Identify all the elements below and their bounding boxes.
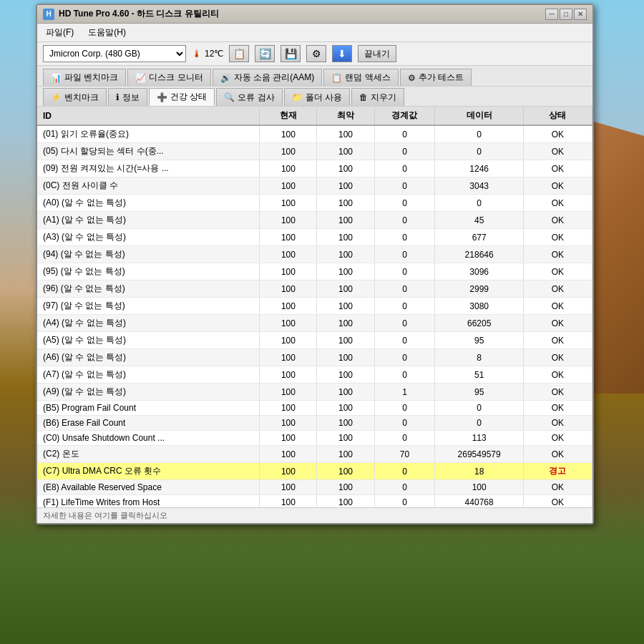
- tab-health[interactable]: ➕ 건강 상태: [149, 88, 215, 106]
- cell-data: 0: [435, 143, 523, 160]
- tab-erase[interactable]: 🗑 지우기: [351, 88, 404, 106]
- cell-status: OK: [523, 495, 592, 508]
- temperature-display: 🌡 12℃: [192, 48, 223, 59]
- cell-threshold: 0: [374, 463, 435, 480]
- title-bar: H HD Tune Pro 4.60 - 하드 디스크 유틸리티 ─ □ ✕: [37, 5, 592, 24]
- close-button[interactable]: ✕: [574, 9, 587, 20]
- tab-info[interactable]: ℹ 정보: [108, 88, 147, 106]
- table-row[interactable]: (A3) (알 수 없는 특성)1001000677OK: [37, 229, 592, 246]
- cell-data: 677: [435, 229, 523, 246]
- cell-worst: 100: [317, 298, 374, 315]
- refresh-button[interactable]: 🔄: [255, 45, 275, 62]
- table-row[interactable]: (95) (알 수 없는 특성)10010003096OK: [37, 263, 592, 280]
- cell-data: 3080: [435, 298, 523, 315]
- table-row[interactable]: (96) (알 수 없는 특성)10010002999OK: [37, 280, 592, 298]
- tab-random[interactable]: 📋 랜덤 액세스: [323, 69, 398, 86]
- cell-threshold: 0: [374, 229, 435, 246]
- cell-data: 0: [435, 416, 523, 431]
- table-row[interactable]: (C2) 온도10010070269549579OK: [37, 446, 592, 463]
- cell-worst: 100: [317, 366, 374, 384]
- cell-id: (01) 읽기 오류율(중요): [37, 125, 260, 143]
- tab-extra-test[interactable]: ⚙ 추가 테스트: [400, 69, 472, 86]
- cell-current: 100: [260, 332, 317, 349]
- tab-folder[interactable]: 📁 폴더 사용: [284, 88, 350, 106]
- tab-disk-monitor[interactable]: 📈 디스크 모니터: [127, 69, 210, 86]
- table-row[interactable]: (A9) (알 수 없는 특성)100100195OK: [37, 384, 592, 401]
- end-button[interactable]: 끝내기: [358, 45, 396, 62]
- cell-threshold: 0: [374, 315, 435, 332]
- save-button[interactable]: 💾: [280, 45, 301, 62]
- table-row[interactable]: (A0) (알 수 없는 특성)10010000OK: [37, 195, 592, 212]
- cell-data: 18: [435, 463, 523, 480]
- table-row[interactable]: (05) 다시 할당되는 섹터 수(중...10010000OK: [37, 143, 592, 160]
- cell-status: 경고: [523, 463, 592, 480]
- tab-benchmark2[interactable]: ⚡ 벤치마크: [43, 88, 107, 106]
- cell-worst: 100: [317, 463, 374, 480]
- table-row[interactable]: (94) (알 수 없는 특성)1001000218646OK: [37, 246, 592, 263]
- cell-worst: 100: [317, 315, 374, 332]
- cell-data: 95: [435, 384, 523, 401]
- table-row[interactable]: (C0) Unsafe Shutdown Count ...1001000113…: [37, 431, 592, 446]
- window-title: HD Tune Pro 4.60 - 하드 디스크 유틸리티: [59, 8, 219, 20]
- table-row[interactable]: (F1) LifeTime Writes from Host1001000440…: [37, 495, 592, 508]
- download-button[interactable]: ⬇: [332, 45, 352, 62]
- menu-help[interactable]: 도움말(H): [85, 25, 129, 40]
- cell-status: OK: [523, 143, 592, 160]
- table-row[interactable]: (A1) (알 수 없는 특성)100100045OK: [37, 212, 592, 229]
- table-row[interactable]: (A7) (알 수 없는 특성)100100051OK: [37, 366, 592, 384]
- cell-id: (C7) Ultra DMA CRC 오류 횟수: [37, 463, 260, 480]
- cell-data: 45: [435, 212, 523, 229]
- table-row[interactable]: (0C) 전원 사이클 수10010003043OK: [37, 177, 592, 195]
- cell-id: (96) (알 수 없는 특성): [37, 280, 260, 298]
- table-row[interactable]: (01) 읽기 오류율(중요)10010000OK: [37, 125, 592, 143]
- table-row[interactable]: (A4) (알 수 없는 특성)100100066205OK: [37, 315, 592, 332]
- cell-status: OK: [523, 263, 592, 280]
- settings-button[interactable]: ⚙: [306, 45, 326, 62]
- cell-current: 100: [260, 366, 317, 384]
- cell-worst: 100: [317, 143, 374, 160]
- table-row[interactable]: (A6) (알 수 없는 특성)10010008OK: [37, 349, 592, 366]
- cell-worst: 100: [317, 246, 374, 263]
- cell-current: 100: [260, 349, 317, 366]
- temperature-icon: 🌡: [192, 48, 202, 59]
- copy-button[interactable]: 📋: [229, 45, 249, 62]
- table-row[interactable]: (A5) (알 수 없는 특성)100100095OK: [37, 332, 592, 349]
- cell-id: (A7) (알 수 없는 특성): [37, 366, 260, 384]
- tab-benchmark[interactable]: 📊 파일 벤치마크: [43, 69, 126, 86]
- cell-worst: 100: [317, 177, 374, 195]
- cell-current: 100: [260, 401, 317, 416]
- cell-current: 100: [260, 263, 317, 280]
- cell-data: 8: [435, 349, 523, 366]
- cell-current: 100: [260, 246, 317, 263]
- menu-file[interactable]: 파일(F): [43, 25, 77, 40]
- cell-worst: 100: [317, 431, 374, 446]
- smart-table[interactable]: ID 현재 최악 경계값 데이터 상태 (01) 읽기 오류율(중요)10010…: [37, 107, 592, 507]
- cell-worst: 100: [317, 332, 374, 349]
- cell-status: OK: [523, 195, 592, 212]
- table-row[interactable]: (09) 전원 켜져있는 시간(=사용 ...10010001246OK: [37, 160, 592, 177]
- tab-aam[interactable]: 🔊 자동 소음 관리(AAM): [213, 69, 323, 86]
- cell-status: OK: [523, 229, 592, 246]
- cell-id: (A0) (알 수 없는 특성): [37, 195, 260, 212]
- cell-threshold: 0: [374, 195, 435, 212]
- cell-current: 100: [260, 384, 317, 401]
- col-header-id: ID: [37, 107, 260, 125]
- cell-data: 51: [435, 366, 523, 384]
- cell-worst: 100: [317, 125, 374, 143]
- cell-current: 100: [260, 495, 317, 508]
- menu-bar: 파일(F) 도움말(H): [37, 24, 592, 42]
- cell-threshold: 0: [374, 349, 435, 366]
- table-row[interactable]: (B5) Program Fail Count10010000OK: [37, 401, 592, 416]
- table-row[interactable]: (97) (알 수 없는 특성)10010003080OK: [37, 298, 592, 315]
- cell-worst: 100: [317, 446, 374, 463]
- table-row[interactable]: (C7) Ultra DMA CRC 오류 횟수100100018경고: [37, 463, 592, 480]
- cell-data: 95: [435, 332, 523, 349]
- table-row[interactable]: (E8) Available Reserved Space1001000100O…: [37, 480, 592, 495]
- maximize-button[interactable]: □: [560, 9, 572, 20]
- cell-current: 100: [260, 463, 317, 480]
- minimize-button[interactable]: ─: [545, 9, 558, 20]
- tab-error-scan[interactable]: 🔍 오류 검사: [216, 88, 282, 106]
- cell-threshold: 0: [374, 125, 435, 143]
- table-row[interactable]: (B6) Erase Fail Count10010000OK: [37, 416, 592, 431]
- drive-selector[interactable]: Jmicron Corp. (480 GB): [43, 45, 186, 62]
